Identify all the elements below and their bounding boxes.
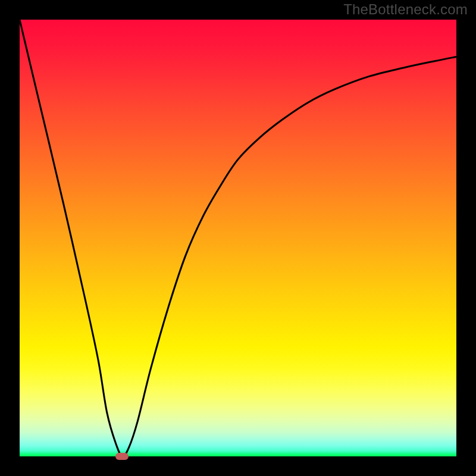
bottleneck-curve bbox=[20, 20, 456, 456]
optimal-point-marker bbox=[115, 453, 129, 460]
plot-area bbox=[20, 20, 456, 456]
watermark-text: TheBottleneck.com bbox=[343, 1, 468, 18]
chart-frame: TheBottleneck.com bbox=[0, 0, 476, 476]
